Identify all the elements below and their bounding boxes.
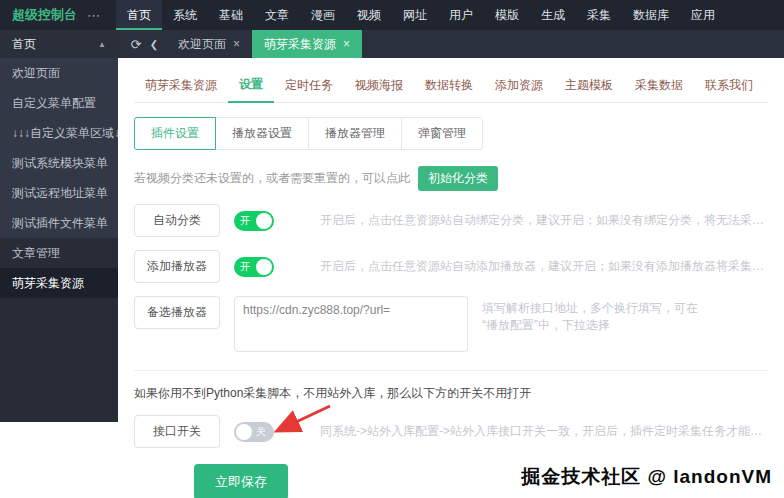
brand-title: 超级控制台	[12, 6, 77, 24]
toggle-knob	[256, 213, 272, 229]
sidebar: 首页 ▲ 欢迎页面 自定义菜单配置 ↓↓↓自定义菜单区域↓↓↓ 测试系统模块菜单…	[0, 30, 118, 422]
top-nav-home[interactable]: 首页	[116, 0, 162, 30]
auto-category-label: 自动分类	[134, 204, 220, 237]
sidebar-home-label: 首页	[12, 36, 36, 53]
auto-category-hint: 开启后，点击任意资源站自动绑定分类，建议开启；如果没有绑定分类，将无法采集到此分…	[320, 212, 768, 229]
api-switch-hint: 同系统->站外入库配置->站外入库接口开关一致，开启后，插件定时采集任务才能采集…	[320, 423, 768, 440]
auto-category-toggle[interactable]: 开	[234, 211, 274, 231]
sub-tab-plugin-settings[interactable]: 插件设置	[134, 117, 216, 150]
top-nav-database[interactable]: 数据库	[622, 0, 680, 30]
auto-category-row: 自动分类 开 开启后，点击任意资源站自动绑定分类，建议开启；如果没有绑定分类，将…	[134, 204, 768, 237]
window-tab-bar: ⟳ ❮ 欢迎页面 × 萌芽采集资源 ×	[118, 30, 784, 58]
top-nav-user[interactable]: 用户	[438, 0, 484, 30]
top-nav-generate[interactable]: 生成	[530, 0, 576, 30]
save-button[interactable]: 立即保存	[194, 464, 288, 498]
top-nav-system[interactable]: 系统	[162, 0, 208, 30]
sidebar-item-test-remote-address[interactable]: 测试远程地址菜单	[0, 178, 118, 208]
toggle-knob	[236, 424, 252, 440]
page-tabs: 萌芽采集资源 设置 定时任务 视频海报 数据转换 添加资源 主题模板 采集数据 …	[134, 68, 768, 103]
page-tab-add-resource[interactable]: 添加资源	[484, 69, 554, 102]
backup-player-textarea[interactable]: https://cdn.zyc888.top/?url=	[234, 296, 468, 352]
top-bar: 超级控制台 ⋯ 首页 系统 基础 文章 漫画 视频 网址 用户 模版 生成 采集…	[0, 0, 784, 30]
refresh-icon[interactable]: ⟳	[126, 37, 146, 52]
top-nav-video[interactable]: 视频	[346, 0, 392, 30]
sidebar-item-custom-menu-config[interactable]: 自定义菜单配置	[0, 88, 118, 118]
admin-console-window: 超级控制台 ⋯ 首页 系统 基础 文章 漫画 视频 网址 用户 模版 生成 采集…	[0, 0, 784, 498]
body-row: 首页 ▲ 欢迎页面 自定义菜单配置 ↓↓↓自定义菜单区域↓↓↓ 测试系统模块菜单…	[0, 30, 784, 498]
backup-player-label: 备选播放器	[134, 296, 220, 329]
caret-up-icon: ▲	[98, 40, 106, 49]
category-notice: 若视频分类还未设置的，或者需要重置的，可以点此 初始化分类	[134, 166, 768, 191]
open-tabs: 欢迎页面 × 萌芽采集资源 ×	[166, 30, 362, 58]
backup-player-hint: 填写解析接口地址，多个换行填写，可在“播放配置”中，下拉选择	[482, 296, 702, 334]
page-tab-theme-template[interactable]: 主题模板	[554, 69, 624, 102]
top-nav-template[interactable]: 模版	[484, 0, 530, 30]
notice-text: 若视频分类还未设置的，或者需要重置的，可以点此	[134, 170, 410, 187]
sidebar-item-test-plugin-file[interactable]: 测试插件文件菜单	[0, 208, 118, 238]
sidebar-item-article-manage[interactable]: 文章管理	[0, 238, 118, 268]
sidebar-item-test-system-module[interactable]: 测试系统模块菜单	[0, 148, 118, 178]
backup-player-row: 备选播放器 https://cdn.zyc888.top/?url= 填写解析接…	[134, 296, 768, 352]
top-nav-article[interactable]: 文章	[254, 0, 300, 30]
sidebar-item-welcome[interactable]: 欢迎页面	[0, 58, 118, 88]
api-switch-label: 接口开关	[134, 415, 220, 448]
more-menu-icon[interactable]: ⋯	[87, 8, 100, 23]
tab-welcome[interactable]: 欢迎页面 ×	[166, 30, 252, 58]
sidebar-item-custom-menu-zone[interactable]: ↓↓↓自定义菜单区域↓↓↓	[0, 118, 118, 148]
add-player-toggle[interactable]: 开	[234, 257, 274, 277]
page-tab-contact[interactable]: 联系我们	[694, 69, 764, 102]
close-icon[interactable]: ×	[343, 37, 350, 51]
init-category-button[interactable]: 初始化分类	[418, 166, 498, 191]
page-tab-cron[interactable]: 定时任务	[274, 69, 344, 102]
add-player-row: 添加播放器 开 开启后，点击任意资源站自动添加播放器，建议开启；如果没有添加播放…	[134, 250, 768, 283]
back-chevron-icon[interactable]: ❮	[146, 39, 162, 50]
sub-tab-player-settings[interactable]: 播放器设置	[215, 117, 309, 150]
top-nav-comic[interactable]: 漫画	[300, 0, 346, 30]
page-tab-title[interactable]: 萌芽采集资源	[134, 69, 228, 102]
toggle-on-text: 开	[240, 214, 250, 228]
toggle-on-text: 开	[240, 260, 250, 274]
python-warning-text: 如果你用不到Python采集脚本，不用站外入库，那么以下方的开关不用打开	[134, 370, 768, 402]
watermark-text: 掘金技术社区 @ landonVM	[521, 464, 772, 490]
top-nav-app[interactable]: 应用	[680, 0, 726, 30]
api-switch-row: 接口开关 关 同系统->站外入库配置->站外入库接口开关一致，开启后，	[134, 415, 768, 448]
top-nav-collect[interactable]: 采集	[576, 0, 622, 30]
close-icon[interactable]: ×	[233, 37, 240, 51]
api-switch-toggle[interactable]: 关	[234, 422, 274, 442]
main-area: ⟳ ❮ 欢迎页面 × 萌芽采集资源 × 萌芽采集资源	[118, 30, 784, 498]
sidebar-item-mengya-collect[interactable]: 萌芽采集资源	[0, 268, 118, 298]
top-nav-url[interactable]: 网址	[392, 0, 438, 30]
sub-tab-player-manage[interactable]: 播放器管理	[308, 117, 402, 150]
toggle-knob	[256, 259, 272, 275]
sidebar-item-home[interactable]: 首页 ▲	[0, 30, 118, 58]
page-content: 萌芽采集资源 设置 定时任务 视频海报 数据转换 添加资源 主题模板 采集数据 …	[118, 58, 784, 498]
sub-tab-popup-manage[interactable]: 弹窗管理	[401, 117, 483, 150]
tab-mengya-label: 萌芽采集资源	[264, 36, 336, 53]
page-tab-collect-data[interactable]: 采集数据	[624, 69, 694, 102]
add-player-hint: 开启后，点击任意资源站自动添加播放器，建议开启；如果没有添加播放器将采集不到播放…	[320, 258, 768, 275]
tab-mengya-collect[interactable]: 萌芽采集资源 ×	[252, 30, 362, 58]
sidebar-lower-group: 文章管理 萌芽采集资源	[0, 238, 118, 422]
tab-welcome-label: 欢迎页面	[178, 36, 226, 53]
top-nav-basic[interactable]: 基础	[208, 0, 254, 30]
toggle-off-text: 关	[256, 425, 266, 439]
page-tab-settings[interactable]: 设置	[228, 68, 274, 103]
page-tab-data-convert[interactable]: 数据转换	[414, 69, 484, 102]
top-nav: 首页 系统 基础 文章 漫画 视频 网址 用户 模版 生成 采集 数据库 应用	[116, 0, 726, 30]
sub-tabs: 插件设置 播放器设置 播放器管理 弹窗管理	[134, 117, 768, 150]
page-tab-video-poster[interactable]: 视频海报	[344, 69, 414, 102]
add-player-label: 添加播放器	[134, 250, 220, 283]
